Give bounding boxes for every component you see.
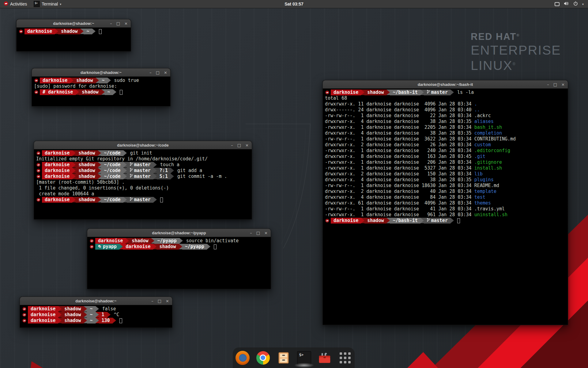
close-button[interactable]: × bbox=[264, 229, 268, 237]
directory-name: template bbox=[474, 189, 496, 194]
prompt-segment-venv: pyapp bbox=[95, 244, 119, 250]
maximize-button[interactable]: □ bbox=[237, 141, 241, 149]
powerline-arrow bbox=[72, 162, 76, 167]
redhat-prompt-icon bbox=[89, 244, 95, 250]
titlebar[interactable]: darknoise@shadow:~ –□× bbox=[17, 19, 131, 28]
terminal-line: total 68 bbox=[325, 95, 568, 101]
rhel-line3: LINUX bbox=[471, 58, 513, 73]
dock-terminal-icon[interactable]: $> bbox=[297, 351, 311, 365]
prompt-segment-user: darknoise bbox=[95, 238, 126, 244]
terminal-body[interactable]: darknoiseshadow~/pyappsource bin/activat… bbox=[87, 237, 271, 289]
directory-name: test bbox=[474, 194, 485, 200]
powerline-arrow bbox=[96, 306, 99, 312]
terminal-line: -rwxrwxr-x. 1 darknoise darknoise 961 Ja… bbox=[325, 212, 568, 218]
terminal-body[interactable]: darknoiseshadow~/codegit initInitialized… bbox=[34, 149, 252, 219]
titlebar[interactable]: darknoise@shadow:~/bash-it –□× bbox=[323, 80, 568, 89]
prompt-segment-host: shadow bbox=[62, 306, 84, 312]
terminal-line: -rwxrwxr-x. 1 darknoise darknoise 206 Ja… bbox=[325, 159, 568, 165]
titlebar[interactable]: darknoise@shadow:~/pyapp –□× bbox=[87, 229, 271, 237]
command-text: git commit -a -m . bbox=[177, 174, 227, 179]
terminal-cursor bbox=[119, 318, 122, 323]
terminal-line: -rwxrwxr-x. 1 darknoise darknoise 2205 J… bbox=[325, 125, 568, 130]
terminal-body[interactable]: darknoiseshadow~/bash-itmasterls -latota… bbox=[323, 89, 568, 325]
maximize-button[interactable]: □ bbox=[156, 68, 160, 77]
minimize-button[interactable]: – bbox=[110, 19, 112, 28]
dock-chrome-icon[interactable] bbox=[256, 351, 270, 365]
maximize-button[interactable]: □ bbox=[116, 19, 120, 28]
output-text: -rw-rw-r--. 1 darknoise darknoise 22 Jan… bbox=[325, 113, 491, 119]
dock-firefox-icon[interactable] bbox=[235, 351, 250, 365]
prompt-segment-path: ~/code bbox=[101, 197, 123, 203]
toolbox-icon bbox=[318, 351, 331, 365]
titlebar[interactable]: darknoise@shadow:~ –□× bbox=[32, 68, 170, 77]
terminal-line: drwx------. 24 darknoise darknoise 4096 … bbox=[325, 107, 568, 113]
redhat-prompt-icon bbox=[22, 318, 28, 324]
powerline-arrow bbox=[420, 218, 424, 223]
dock-app-grid-icon[interactable] bbox=[338, 351, 352, 365]
prompt-segment-host: shadow bbox=[76, 168, 98, 174]
prompt-segment-path: ~/bash-it bbox=[390, 218, 420, 224]
redhat-prompt-icon bbox=[36, 174, 42, 179]
prompt-segment-user: darknoise bbox=[331, 90, 361, 95]
app-menu-button[interactable]: $> Terminal ▾ bbox=[31, 0, 64, 8]
maximize-button[interactable]: □ bbox=[158, 297, 161, 305]
terminal-body[interactable]: darknoiseshadow~sudo true[sudo] password… bbox=[32, 77, 170, 106]
minimize-button[interactable]: – bbox=[151, 297, 153, 305]
minimize-button[interactable]: – bbox=[547, 80, 549, 89]
terminal-line: darknoiseshadow~/codegit init bbox=[36, 150, 252, 156]
powerline-arrow bbox=[153, 197, 157, 202]
output-text: drwxrwxr-x. 2 darknoise darknoise 150 Ja… bbox=[325, 171, 474, 177]
terminal-line: drwxrwxr-x. 4 darknoise darknoise 38 Jan… bbox=[325, 130, 568, 136]
powerline-arrow bbox=[123, 197, 127, 202]
focused-app-glow bbox=[294, 363, 314, 368]
rhel-line1: RED HAT bbox=[471, 31, 516, 42]
prompt-segment-git: master bbox=[127, 162, 153, 168]
maximize-button[interactable]: □ bbox=[256, 229, 260, 237]
prompt-segment-err: 130 bbox=[99, 318, 113, 324]
maximize-button[interactable]: □ bbox=[553, 80, 557, 89]
command-text: source bin/activate bbox=[186, 238, 239, 244]
clock[interactable]: Sat 03:57 bbox=[0, 2, 588, 6]
dock-toolbox-icon[interactable] bbox=[317, 351, 332, 365]
terminal-body[interactable]: darknoiseshadow~falsedarknoiseshadow~1^C… bbox=[20, 305, 172, 328]
prompt-segment-git: master bbox=[424, 90, 450, 95]
directory-name: custom bbox=[474, 142, 491, 148]
close-button[interactable]: × bbox=[245, 141, 249, 149]
terminal-body[interactable]: darknoiseshadow~ bbox=[17, 28, 131, 51]
powerline-arrow bbox=[107, 312, 111, 317]
prompt-segment-path: ~/pyapp bbox=[182, 244, 207, 250]
prompt-segment-path: ~/pyapp bbox=[154, 238, 179, 244]
redhat-prompt-icon bbox=[36, 168, 42, 174]
titlebar[interactable]: darknoise@shadow:~ –□× bbox=[20, 297, 172, 305]
powerline-arrow bbox=[361, 90, 364, 95]
prompt-segment-git: master bbox=[424, 218, 450, 224]
activities-button[interactable]: Activities bbox=[0, 0, 31, 8]
chevron-down-icon: ▾ bbox=[582, 2, 584, 6]
window-title: darknoise@shadow:~/bash-it bbox=[323, 82, 568, 87]
executable-name: .editorconfig bbox=[474, 148, 510, 154]
close-button[interactable]: × bbox=[166, 297, 169, 305]
terminal-line: darknoiseshadow~/codemaster bbox=[36, 197, 252, 203]
terminal-line: pyappdarknoiseshadow~/pyapp bbox=[89, 244, 271, 250]
command-text: git add a bbox=[177, 168, 202, 174]
minimize-button[interactable]: – bbox=[149, 68, 152, 77]
powerline-arrow bbox=[84, 318, 87, 323]
titlebar[interactable]: darknoise@shadow:~/code –□× bbox=[34, 141, 252, 149]
chevron-down-icon: ▾ bbox=[60, 2, 61, 6]
powerline-arrow bbox=[171, 174, 174, 179]
minimize-button[interactable]: – bbox=[250, 229, 252, 237]
close-button[interactable]: × bbox=[124, 19, 128, 28]
redhat-prompt-icon bbox=[22, 306, 28, 312]
system-status-area[interactable]: ▾ bbox=[555, 0, 588, 8]
prompt-segment-host: shadow bbox=[74, 78, 96, 83]
terminal-cursor bbox=[99, 29, 102, 34]
prompt-segment-user: darknoise bbox=[28, 312, 58, 318]
output-text: -rw-rw-r--. 1 darknoise darknoise 18630 … bbox=[325, 183, 499, 189]
terminal-line: -rw-rw-r--. 1 darknoise darknoise 3622 J… bbox=[325, 136, 568, 142]
git-branch-icon bbox=[427, 90, 431, 95]
minimize-button[interactable]: – bbox=[231, 141, 233, 149]
close-button[interactable]: × bbox=[561, 80, 565, 89]
close-button[interactable]: × bbox=[164, 68, 167, 77]
dock-files-icon[interactable] bbox=[276, 351, 291, 365]
prompt-segment-path: ~ bbox=[87, 318, 95, 324]
